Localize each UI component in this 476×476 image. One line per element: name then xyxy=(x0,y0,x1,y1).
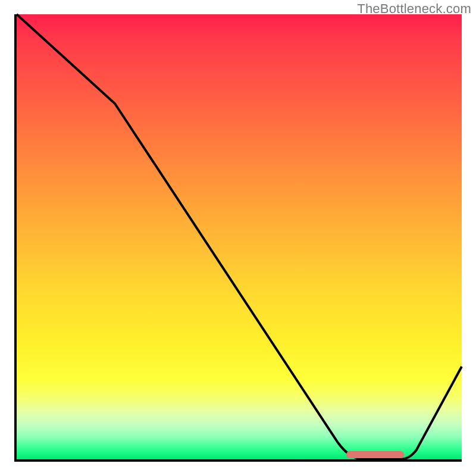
curve-path xyxy=(17,14,462,459)
bottleneck-curve xyxy=(17,14,462,459)
plot-area xyxy=(14,14,462,462)
chart-container: TheBottleneck.com xyxy=(0,0,476,476)
optimal-range-marker xyxy=(346,451,404,458)
